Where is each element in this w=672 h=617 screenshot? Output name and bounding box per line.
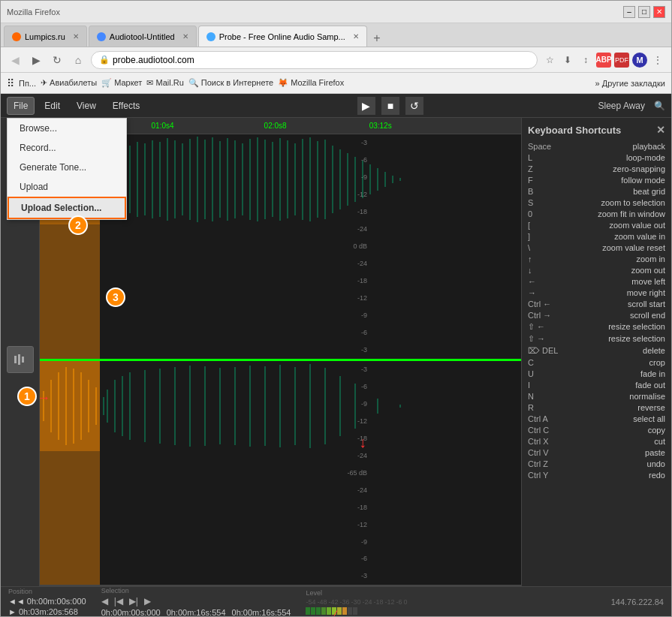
tab-close-audiotool[interactable]: ✕ — [182, 32, 188, 41]
new-tab-button[interactable]: + — [369, 30, 385, 47]
shortcut-row: Ctrl ←scroll start — [528, 299, 665, 308]
file-dropdown-menu: Browse...Record...Generate Tone...Upload… — [7, 118, 127, 220]
shortcuts-list: SpaceplaybackLloop-modeZzero-snappingFfo… — [528, 142, 665, 480]
ip-address: 144.76.222.84 — [611, 597, 664, 606]
shortcut-key: N — [528, 392, 573, 401]
shortcut-key: Ctrl → — [528, 311, 573, 320]
menu-edit[interactable]: Edit — [38, 97, 67, 115]
position-value1: ◄◄ 0h:00m:00s:000 — [8, 597, 86, 606]
menu-file[interactable]: File — [7, 97, 35, 115]
tab-close-lumpics[interactable]: ✕ — [73, 32, 79, 41]
shortcut-desc: normalise — [573, 392, 665, 401]
refresh-button[interactable]: ↻ — [49, 52, 65, 68]
dropdown-item-browse...[interactable]: Browse... — [8, 119, 126, 138]
shortcut-desc: undo — [573, 459, 665, 468]
shortcut-row: [zoom value out — [528, 221, 665, 230]
pdf-icon[interactable]: PDF — [614, 53, 629, 68]
adblock-icon[interactable]: ABP — [596, 53, 611, 68]
tab-probe[interactable]: Probe - Free Online Audio Samp... ✕ — [198, 26, 367, 47]
level-label: Level — [306, 589, 407, 597]
shortcut-desc: paste — [573, 448, 665, 457]
minimize-button[interactable]: – — [623, 6, 635, 18]
badge-3: 3 — [106, 287, 125, 307]
shortcuts-close-button[interactable]: ✕ — [656, 124, 665, 136]
shortcut-row: Szoom to selection — [528, 198, 665, 207]
shortcut-row: ↓zoom out — [528, 266, 665, 275]
forward-button[interactable]: ▶ — [28, 52, 44, 68]
level-seg-10 — [353, 607, 357, 615]
close-button[interactable]: ✕ — [653, 6, 665, 18]
shortcut-desc: scroll start — [573, 299, 665, 308]
shortcut-key: ↓ — [528, 266, 573, 275]
sel-next-btn[interactable]: ▶ — [144, 596, 151, 606]
menu-dots[interactable]: ⋮ — [650, 53, 665, 68]
sel-prev-btn[interactable]: ◀ — [101, 596, 108, 606]
bookmark-market[interactable]: 🛒 Маркет — [101, 78, 142, 88]
level-seg-2 — [311, 607, 315, 615]
shortcut-desc: zoom fit in window — [573, 209, 665, 218]
tab-label-probe: Probe - Free Online Audio Samp... — [219, 32, 345, 41]
dropdown-item-upload[interactable]: Upload — [8, 177, 126, 197]
sync-icon[interactable]: ↕ — [578, 53, 593, 68]
shortcut-row: Ccrop — [528, 358, 665, 367]
home-button[interactable]: ⌂ — [70, 52, 86, 68]
shortcut-key: ⇧ → — [528, 334, 573, 344]
sel-end-btn[interactable]: ▶| — [129, 596, 138, 606]
shortcut-row: Ufade in — [528, 369, 665, 378]
dropdown-item-generatetone...[interactable]: Generate Tone... — [8, 158, 126, 177]
back-button[interactable]: ◀ — [7, 52, 23, 68]
play-button[interactable]: ▶ — [357, 97, 375, 115]
search-track-icon[interactable]: 🔍 — [654, 101, 665, 111]
level-seg-9 — [348, 607, 352, 615]
shortcut-row: Ffollow mode — [528, 176, 665, 185]
shortcut-key: Ctrl A — [528, 414, 573, 423]
svg-rect-3 — [14, 356, 17, 363]
shortcut-row: Zzero-snapping — [528, 164, 665, 173]
sel-end-time: 0h:00m:16s:554 — [232, 608, 291, 617]
menu-effects[interactable]: Effects — [106, 97, 146, 115]
url-bar[interactable]: 🔒 probe.audiotool.com — [91, 51, 538, 69]
shortcut-desc: zoom value reset — [573, 243, 665, 252]
dropdown-item-record...[interactable]: Record... — [8, 138, 126, 158]
level-seg-1 — [306, 607, 310, 615]
loop-button[interactable]: ↺ — [405, 97, 423, 115]
bookmark-mailru[interactable]: ✉ Mail.Ru — [146, 78, 183, 88]
profile-icon[interactable]: M — [632, 53, 647, 68]
maximize-button[interactable]: □ — [638, 6, 650, 18]
bookmark-star[interactable]: ☆ — [542, 53, 557, 68]
level-seg-3 — [316, 607, 321, 615]
position-section: Position ◄◄ 0h:00m:00s:000 ► 0h:03m:20s:… — [8, 588, 86, 616]
track-button-2[interactable] — [7, 346, 34, 373]
svg-rect-4 — [18, 354, 20, 365]
selection-times: 0h:00m:00s:000 0h:00m:16s:554 0h:00m:16s… — [101, 608, 291, 617]
sel-start-btn[interactable]: |◀ — [114, 596, 123, 606]
shortcut-key: Ctrl Z — [528, 459, 573, 468]
menu-view[interactable]: View — [70, 97, 103, 115]
title-bar: Mozilla Firefox – □ ✕ — [1, 1, 671, 23]
shortcut-row: Nnormalise — [528, 392, 665, 401]
svg-rect-5 — [22, 357, 24, 363]
selection-section: Selection ◀ |◀ ▶| ▶ 0h:00m:00s:000 0h:00… — [101, 587, 291, 617]
sel-start-time: 0h:00m:00s:000 — [101, 608, 161, 617]
shortcut-key: C — [528, 358, 573, 367]
timeline-3: 03:12s — [369, 122, 392, 130]
download-icon[interactable]: ⬇ — [560, 53, 575, 68]
timeline-1: 01:0s4 — [152, 122, 174, 130]
bookmark-avia[interactable]: ✈ Авиабилеты — [41, 78, 97, 88]
url-text: probe.audiotool.com — [113, 55, 194, 65]
tab-audiotool[interactable]: Audiotool-Untitled ✕ — [89, 26, 197, 47]
shortcut-row: ←move left — [528, 277, 665, 286]
level-scale: -54-48-42-36-30-24-18-12-60 — [306, 598, 407, 606]
stop-button[interactable]: ■ — [381, 97, 399, 115]
tab-close-probe[interactable]: ✕ — [353, 32, 359, 41]
dropdown-item-uploadselection...[interactable]: Upload Selection... — [8, 197, 126, 219]
bookmark-pp[interactable]: Пп... — [19, 79, 36, 88]
tab-lumpics[interactable]: Lumpics.ru ✕ — [4, 26, 87, 47]
bookmark-other[interactable]: » Другие закладки — [595, 79, 665, 88]
shortcut-desc: beat grid — [573, 187, 665, 196]
waveform-track-2[interactable]: -3-6-9-12-18-24-65 dB-24-18-12-9-6-3 — [40, 361, 521, 587]
bookmark-search[interactable]: 🔍 Поиск в Интернете — [188, 78, 273, 88]
apps-icon[interactable]: ⠿ — [7, 77, 14, 89]
bookmark-firefox[interactable]: 🦊 Mozilla Firefox — [278, 78, 344, 88]
level-section: Level -54-48-42-36-30-24-18-12-60 — [306, 589, 407, 615]
